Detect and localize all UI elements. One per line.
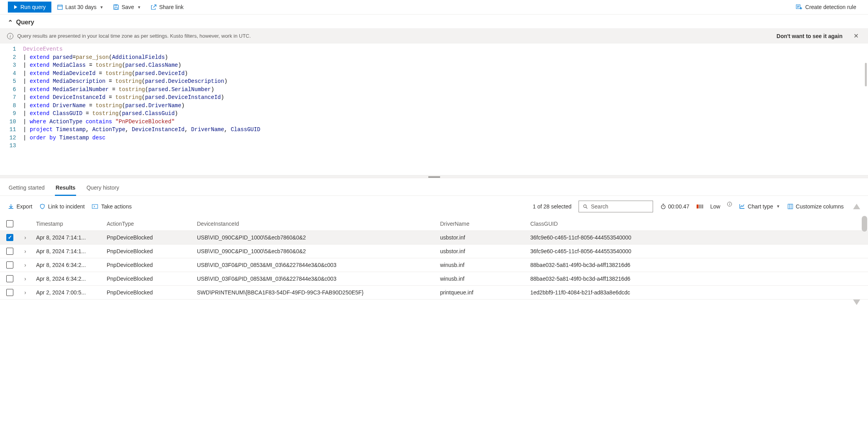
export-label: Export: [16, 203, 32, 210]
table-row[interactable]: ›Apr 8, 2024 6:34:2...PnpDeviceBlockedUS…: [0, 258, 868, 272]
row-checkbox[interactable]: [6, 289, 13, 296]
search-input[interactable]: [591, 203, 649, 210]
resource-bars-icon: [697, 205, 703, 208]
tab-results[interactable]: Results: [55, 181, 76, 196]
table-row[interactable]: ›Apr 8, 2024 7:14:1...PnpDeviceBlockedUS…: [0, 231, 868, 245]
row-checkbox[interactable]: [6, 248, 13, 255]
run-query-label: Run query: [20, 4, 46, 10]
svg-rect-5: [115, 5, 117, 6]
results-tabs: Getting started Results Query history: [0, 178, 868, 196]
share-link-button[interactable]: Share link: [147, 2, 187, 13]
take-actions-label: Take actions: [101, 203, 132, 210]
table-row[interactable]: ›Apr 2, 2024 7:00:5...PnpDeviceBlockedSW…: [0, 286, 868, 300]
search-icon: [583, 204, 588, 209]
cell-actiontype: PnpDeviceBlocked: [107, 276, 197, 282]
cell-classguid: 36fc9e60-c465-11cf-8056-444553540000: [530, 248, 862, 254]
query-title: Query: [16, 19, 34, 26]
editor-scrollbar-thumb[interactable]: [865, 63, 867, 86]
cell-drivername: winusb.inf: [440, 276, 530, 282]
save-label: Save: [122, 4, 134, 10]
expand-row-icon[interactable]: ›: [24, 248, 36, 254]
cell-timestamp: Apr 2, 2024 7:00:5...: [36, 289, 107, 296]
svg-line-14: [586, 207, 588, 208]
col-header-deviceinstanceid[interactable]: DeviceInstanceId: [197, 221, 440, 227]
col-header-timestamp[interactable]: Timestamp: [36, 221, 107, 227]
row-checkbox[interactable]: [6, 234, 13, 241]
table-row[interactable]: ›Apr 8, 2024 7:14:1...PnpDeviceBlockedUS…: [0, 245, 868, 258]
expand-row-icon[interactable]: ›: [24, 276, 36, 282]
chart-icon: [739, 203, 745, 210]
col-header-drivername[interactable]: DriverName: [440, 221, 530, 227]
editor-gutter: 12345678910111213: [0, 44, 23, 152]
cell-drivername: usbstor.inf: [440, 248, 530, 254]
svg-rect-4: [115, 7, 117, 9]
cell-classguid: 1ed2bbf9-11f0-4084-b21f-ad83a8e6dcdc: [530, 289, 862, 296]
editor-code[interactable]: DeviceEvents| extend parsed=parse_json(A…: [23, 44, 260, 152]
customize-label: Customize columns: [796, 203, 844, 210]
expand-row-icon[interactable]: ›: [24, 289, 36, 296]
grid-header-row: Timestamp ActionType DeviceInstanceId Dr…: [0, 217, 868, 231]
info-bar-dismiss-link[interactable]: Don't want to see it again: [772, 33, 847, 39]
cell-drivername: winusb.inf: [440, 262, 530, 268]
query-section-header[interactable]: ⌄ Query: [0, 15, 868, 28]
info-bar-message: Query results are presented in your loca…: [17, 33, 768, 39]
selection-count: 1 of 28 selected: [533, 203, 571, 210]
search-input-wrapper[interactable]: [579, 201, 653, 212]
chart-type-button[interactable]: Chart type ▼: [739, 203, 780, 210]
table-row[interactable]: ›Apr 8, 2024 6:34:2...PnpDeviceBlockedUS…: [0, 272, 868, 286]
save-button[interactable]: Save ▼: [109, 2, 145, 13]
run-query-button[interactable]: Run query: [8, 2, 51, 13]
chevron-down-icon: ▼: [776, 204, 780, 208]
cell-timestamp: Apr 8, 2024 7:14:1...: [36, 234, 107, 241]
link-incident-button[interactable]: Link to incident: [39, 203, 84, 210]
cell-deviceinstanceid: SWD\PRINTENUM\{BBCA1F83-54DF-49FD-99C3-F…: [197, 289, 440, 296]
save-icon: [113, 4, 119, 10]
timerange-picker[interactable]: Last 30 days ▼: [53, 2, 107, 13]
share-icon: [151, 4, 157, 10]
splitter-handle[interactable]: [0, 175, 868, 178]
cell-classguid: 88bae032-5a81-49f0-bc3d-a4ff138216d6: [530, 276, 862, 282]
cell-actiontype: PnpDeviceBlocked: [107, 234, 197, 241]
chevron-up-icon: ⌄: [8, 18, 13, 26]
close-icon[interactable]: ✕: [851, 32, 861, 40]
query-editor[interactable]: 12345678910111213 DeviceEvents| extend p…: [0, 44, 868, 175]
export-button[interactable]: Export: [8, 203, 32, 210]
row-checkbox[interactable]: [6, 261, 13, 269]
scroll-down-button[interactable]: [853, 300, 860, 305]
tab-query-history[interactable]: Query history: [86, 181, 120, 195]
elapsed-value: 00:00.47: [668, 203, 690, 210]
shield-icon: [39, 203, 45, 210]
download-icon: [8, 203, 14, 210]
cell-timestamp: Apr 8, 2024 7:14:1...: [36, 248, 107, 254]
cell-deviceinstanceid: USB\VID_090C&PID_1000\5&ecb7860&0&2: [197, 234, 440, 241]
info-icon[interactable]: i: [727, 202, 732, 206]
take-actions-button[interactable]: Take actions: [92, 203, 132, 210]
row-checkbox[interactable]: [6, 275, 13, 282]
scrollbar-thumb[interactable]: [862, 216, 867, 232]
expand-row-icon[interactable]: ›: [24, 262, 36, 268]
tab-getting-started[interactable]: Getting started: [8, 181, 45, 195]
columns-icon: [787, 203, 793, 210]
expand-row-icon[interactable]: ›: [24, 234, 36, 241]
cell-deviceinstanceid: USB\VID_03F0&PID_0853&MI_03\6&227844e3&0…: [197, 262, 440, 268]
cell-classguid: 36fc9e60-c465-11cf-8056-444553540000: [530, 234, 862, 241]
scroll-up-button[interactable]: [853, 204, 860, 209]
play-icon: [13, 5, 18, 9]
actions-icon: [92, 203, 99, 210]
col-header-actiontype[interactable]: ActionType: [107, 221, 197, 227]
cell-deviceinstanceid: USB\VID_03F0&PID_0853&MI_03\6&227844e3&0…: [197, 276, 440, 282]
cell-deviceinstanceid: USB\VID_090C&PID_1000\5&ecb7860&0&2: [197, 248, 440, 254]
svg-rect-0: [58, 5, 62, 9]
col-header-classguid[interactable]: ClassGUID: [530, 221, 862, 227]
select-all-checkbox[interactable]: [6, 220, 13, 227]
cell-drivername: printqueue.inf: [440, 289, 530, 296]
link-incident-label: Link to incident: [48, 203, 84, 210]
cell-actiontype: PnpDeviceBlocked: [107, 248, 197, 254]
create-detection-rule-button[interactable]: Create detection rule: [792, 2, 860, 13]
calendar-icon: [57, 4, 63, 10]
customize-columns-button[interactable]: Customize columns: [787, 203, 844, 210]
chevron-down-icon: ▼: [137, 5, 141, 9]
share-label: Share link: [159, 4, 184, 10]
results-toolbar: Export Link to incident Take actions 1 o…: [0, 196, 868, 217]
chart-type-label: Chart type: [748, 203, 773, 210]
